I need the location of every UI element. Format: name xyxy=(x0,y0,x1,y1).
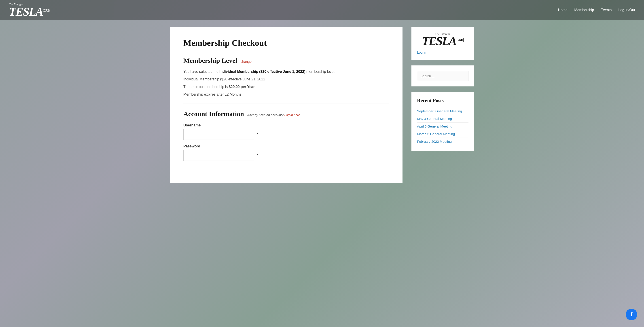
membership-level-title: Membership Level xyxy=(183,57,237,64)
page-title: Membership Checkout xyxy=(183,38,389,48)
password-label: Password xyxy=(183,144,389,148)
recent-post-link[interactable]: March 5 General Meeting xyxy=(417,130,468,138)
password-input[interactable] xyxy=(183,150,255,161)
username-required: * xyxy=(257,132,258,137)
page-wrapper: Membership Checkout Membership Level cha… xyxy=(166,20,478,190)
header-logo-tesla: TESLACLUB xyxy=(9,6,50,18)
sidebar-logo: The Villages TESLACLUB xyxy=(417,32,468,47)
recent-posts-list: September 7 General MeetingMay 4 General… xyxy=(417,107,468,145)
sidebar-logo-widget: The Villages TESLACLUB Log in xyxy=(412,27,474,60)
sidebar: The Villages TESLACLUB Log in Recent Pos… xyxy=(412,27,474,183)
username-input[interactable] xyxy=(183,129,255,140)
search-input[interactable] xyxy=(417,71,468,81)
recent-post-link[interactable]: May 4 General Meeting xyxy=(417,115,468,123)
sidebar-recent-posts-widget: Recent Posts September 7 General Meeting… xyxy=(412,92,474,151)
nav-home[interactable]: Home xyxy=(558,8,568,12)
password-group: Password * xyxy=(183,144,389,161)
account-information-section: Account Information Already have an acco… xyxy=(183,110,389,161)
header-logo: The Villages TESLACLUB xyxy=(9,3,50,18)
sidebar-logo-tesla-text: TESLACLUB xyxy=(422,35,464,47)
site-nav: Home Membership Events Log In/Out xyxy=(558,8,635,12)
site-header: The Villages TESLACLUB Home Membership E… xyxy=(0,0,644,20)
recent-post-link[interactable]: February 2022 Meeting xyxy=(417,138,468,145)
sidebar-login-link[interactable]: Log in xyxy=(417,50,468,54)
recent-post-link[interactable]: April 6 General Meeting xyxy=(417,123,468,130)
recent-posts-title: Recent Posts xyxy=(417,98,468,103)
recent-post-link[interactable]: September 7 General Meeting xyxy=(417,107,468,115)
nav-membership[interactable]: Membership xyxy=(574,8,594,12)
change-level-link[interactable]: change xyxy=(240,60,252,63)
already-account-text: Already have an account? Log in here xyxy=(247,113,300,117)
account-info-title: Account Information xyxy=(183,110,244,118)
password-required: * xyxy=(257,153,258,158)
nav-login-out[interactable]: Log In/Out xyxy=(618,8,635,12)
main-content: Membership Checkout Membership Level cha… xyxy=(170,27,402,183)
membership-level-text: Individual Membership ($20 effective Jun… xyxy=(183,77,389,81)
price-text: The price for membership is $20.00 per Y… xyxy=(183,85,389,89)
username-group: Username * xyxy=(183,123,389,140)
section-divider xyxy=(183,103,389,103)
expires-text: Membership expires after 12 Months. xyxy=(183,92,389,96)
facebook-button[interactable]: f xyxy=(626,309,637,320)
sidebar-search-widget xyxy=(412,65,474,86)
membership-level-section: Membership Level change You have selecte… xyxy=(183,57,389,96)
login-here-link[interactable]: Log in here xyxy=(284,113,300,117)
membership-description: You have selected the Individual Members… xyxy=(183,69,389,75)
username-label: Username xyxy=(183,123,389,127)
nav-events[interactable]: Events xyxy=(600,8,612,12)
